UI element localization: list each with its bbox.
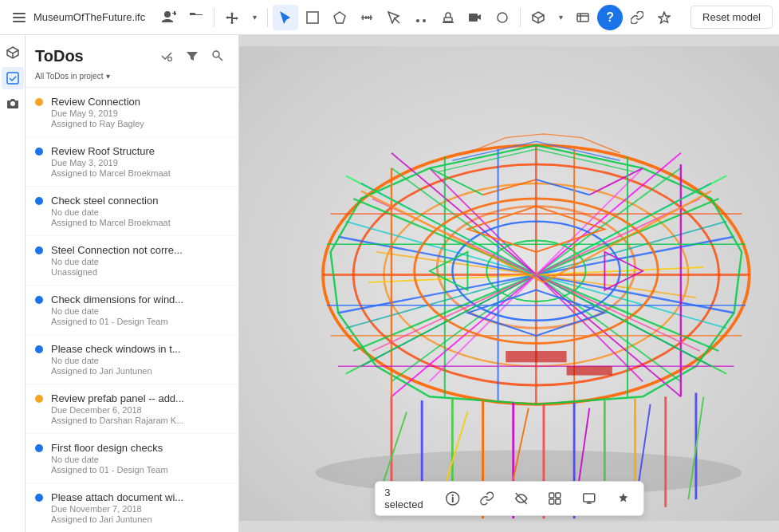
svg-point-88 [452, 495, 454, 496]
star-button[interactable] [651, 5, 677, 30]
todo-item[interactable]: Review Connection Due May 9, 2019 Assign… [26, 88, 238, 137]
svg-rect-6 [443, 22, 454, 23]
svg-rect-87 [452, 497, 454, 502]
svg-rect-9 [577, 14, 588, 22]
todo-item-date: Due November 7, 2018 [51, 504, 213, 514]
todo-filter-button[interactable] [181, 45, 203, 67]
side-camera-button[interactable] [2, 93, 24, 115]
main-content: ToDos [0, 35, 779, 532]
todo-header: ToDos [26, 35, 238, 88]
todo-filter-row[interactable]: All ToDos in project ▾ [35, 72, 229, 81]
grid-status-button[interactable] [545, 487, 566, 510]
todo-item[interactable]: Check steel connection No due date Assig… [26, 187, 238, 236]
todo-item-date: No due date [51, 257, 213, 266]
todo-item-content: Check steel connection No due date Assig… [51, 195, 213, 227]
todo-item-title: Steel Connection not corre... [51, 244, 213, 256]
todo-item[interactable]: Review prefab panel -- add... Due Decemb… [26, 384, 238, 434]
view3d-button[interactable] [525, 5, 551, 30]
todo-item-date: Due December 6, 2018 [51, 405, 213, 415]
sparkle-status-button[interactable] [612, 487, 634, 510]
todo-item[interactable]: Please check windows in t... No due date… [26, 335, 238, 384]
todo-item-date: No due date [51, 455, 213, 464]
todo-panel: ToDos [26, 35, 239, 532]
reset-model-button[interactable]: Reset model [690, 6, 773, 29]
todo-status-dot [35, 148, 43, 156]
side-3d-button[interactable] [2, 41, 24, 64]
link-status-button[interactable] [476, 487, 498, 510]
svg-rect-84 [506, 351, 566, 362]
todo-item[interactable]: Review Roof Structure Due May 3, 2019 As… [26, 137, 238, 187]
todo-item[interactable]: Check dimensions for wind... No due date… [26, 286, 238, 335]
folder-button[interactable] [183, 5, 209, 30]
info-button[interactable] [443, 487, 464, 510]
todo-item-title: Please check windows in t... [51, 343, 213, 355]
todo-item-title: Check dimensions for wind... [51, 294, 213, 305]
todo-item[interactable]: First floor design checks No due date As… [26, 434, 238, 483]
todo-item-assignee: Assigned to Ray Bagley [51, 119, 213, 128]
todo-search-button[interactable] [207, 45, 229, 67]
todo-item-date: Due May 3, 2019 [51, 158, 213, 167]
hide-button[interactable] [510, 487, 532, 510]
svg-rect-93 [556, 499, 561, 504]
viewport[interactable]: 3 selected [239, 35, 779, 532]
measure-button[interactable] [354, 5, 380, 30]
todo-item-content: Review Roof Structure Due May 3, 2019 As… [51, 145, 213, 178]
side-todo-button[interactable] [2, 67, 24, 89]
divider-1 [214, 8, 214, 27]
todo-item-assignee: Assigned to Jari Juntunen [51, 366, 213, 376]
todo-status-dot [35, 395, 43, 403]
todo-item-title: Please attach document wi... [51, 491, 213, 503]
pan-dropdown-button[interactable]: ▾ [246, 5, 262, 30]
svg-point-7 [498, 13, 507, 22]
svg-rect-85 [567, 366, 612, 375]
todo-status-dot [35, 98, 43, 106]
todo-status-dot [35, 197, 43, 205]
display-settings-button[interactable] [570, 5, 596, 30]
view3d-dropdown-button[interactable]: ▾ [553, 5, 569, 30]
todo-status-dot [35, 494, 43, 502]
circle-tool-button[interactable] [490, 5, 515, 30]
select-box-button[interactable] [300, 5, 325, 30]
cut-button[interactable] [408, 5, 434, 30]
svg-rect-91 [556, 493, 561, 498]
todo-item-content: Check dimensions for wind... No due date… [51, 294, 213, 326]
select-cursor-button[interactable] [273, 5, 298, 30]
svg-rect-13 [7, 73, 18, 84]
todo-item-date: Due May 9, 2019 [51, 108, 213, 118]
top-toolbar: MuseumOfTheFuture.ifc ▾ [0, 0, 779, 35]
screen-status-button[interactable] [578, 487, 600, 510]
divider-2 [267, 8, 268, 27]
todo-item-assignee: Assigned to 01 - Design Team [51, 317, 213, 326]
todo-item-title: Review Connection [51, 96, 213, 108]
todos-title: ToDos [35, 47, 84, 65]
todo-status-dot [35, 345, 43, 353]
todo-item[interactable]: Please attach document wi... Due Novembe… [26, 483, 238, 532]
divider-3 [520, 8, 521, 27]
pan-tool-button[interactable] [219, 5, 245, 30]
camera-button[interactable] [462, 5, 488, 30]
filter-label: All ToDos in project [35, 72, 103, 81]
todo-item-assignee: Unassigned [51, 267, 213, 277]
todo-item-content: Please check windows in t... No due date… [51, 343, 213, 376]
todo-item-content: Review prefab panel -- add... Due Decemb… [51, 392, 213, 425]
hamburger-menu-button[interactable] [6, 5, 32, 30]
todo-item-assignee: Assigned to Marcel Broekmaat [51, 168, 213, 178]
help-button[interactable]: ? [597, 5, 623, 30]
todo-status-dot [35, 444, 43, 452]
stamp-button[interactable] [435, 5, 461, 30]
todo-item-content: First floor design checks No due date As… [51, 442, 213, 475]
select-poly-button[interactable] [327, 5, 352, 30]
todo-title-row: ToDos [35, 45, 229, 67]
app-title: MuseumOfTheFuture.ifc [33, 11, 145, 23]
viewport-status-bar: 3 selected [374, 481, 644, 516]
link-button[interactable] [624, 5, 650, 30]
svg-rect-2 [13, 21, 26, 22]
todo-item-assignee: Assigned to Darshan Rajaram K... [51, 416, 213, 425]
add-user-button[interactable] [156, 5, 182, 30]
todo-item-title: Review Roof Structure [51, 145, 213, 157]
selection-count: 3 selected [384, 487, 429, 510]
transform-button[interactable] [381, 5, 407, 30]
svg-rect-1 [13, 17, 26, 18]
todo-item[interactable]: Steel Connection not corre... No due dat… [26, 236, 238, 286]
todo-check-button[interactable] [155, 45, 178, 67]
